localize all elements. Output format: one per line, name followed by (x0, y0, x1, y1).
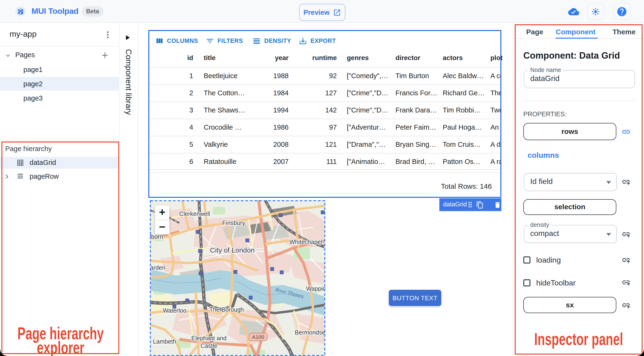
svg-text:City of London: City of London (210, 246, 254, 254)
svg-text:Garden: Garden (150, 264, 165, 271)
svg-text:Lambeth: Lambeth (153, 338, 176, 345)
svg-text:Elephant and: Elephant and (191, 335, 226, 342)
svg-text:A100: A100 (252, 334, 264, 340)
svg-text:Castle: Castle (200, 343, 218, 349)
svg-text:Wapping: Wapping (306, 285, 325, 292)
svg-text:Whitechapel: Whitechapel (289, 239, 322, 245)
svg-text:Bermondse: Bermondse (295, 329, 325, 336)
svg-text:Finsbury: Finsbury (222, 219, 245, 226)
svg-text:The Borough: The Borough (210, 306, 244, 313)
svg-text:Waterloo: Waterloo (163, 307, 186, 314)
svg-text:Clerkenwell: Clerkenwell (179, 210, 210, 217)
